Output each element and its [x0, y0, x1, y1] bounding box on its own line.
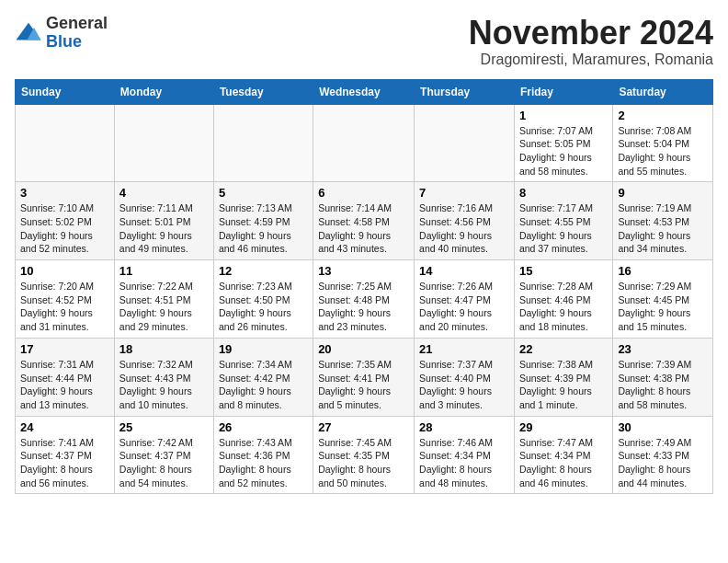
calendar-cell: 16Sunrise: 7:29 AM Sunset: 4:45 PM Dayli…	[613, 260, 713, 339]
day-info: Sunrise: 7:20 AM Sunset: 4:52 PM Dayligh…	[20, 280, 109, 334]
day-number: 17	[20, 342, 109, 356]
calendar-cell: 19Sunrise: 7:34 AM Sunset: 4:42 PM Dayli…	[213, 338, 313, 416]
day-info: Sunrise: 7:35 AM Sunset: 4:41 PM Dayligh…	[318, 358, 409, 412]
day-number: 30	[618, 420, 708, 434]
day-info: Sunrise: 7:47 AM Sunset: 4:34 PM Dayligh…	[519, 436, 608, 490]
calendar-cell: 5Sunrise: 7:13 AM Sunset: 4:59 PM Daylig…	[213, 182, 313, 260]
calendar-cell: 1Sunrise: 7:07 AM Sunset: 5:05 PM Daylig…	[514, 104, 612, 182]
calendar-cell: 21Sunrise: 7:37 AM Sunset: 4:40 PM Dayli…	[415, 338, 515, 416]
calendar-cell	[16, 104, 115, 182]
week-row-4: 17Sunrise: 7:31 AM Sunset: 4:44 PM Dayli…	[16, 338, 713, 416]
calendar-cell: 24Sunrise: 7:41 AM Sunset: 4:37 PM Dayli…	[16, 416, 115, 494]
weekday-header-saturday: Saturday	[613, 79, 713, 104]
calendar-cell	[213, 104, 313, 182]
day-info: Sunrise: 7:45 AM Sunset: 4:35 PM Dayligh…	[318, 436, 409, 490]
day-number: 22	[519, 342, 608, 356]
calendar-cell: 13Sunrise: 7:25 AM Sunset: 4:48 PM Dayli…	[313, 260, 415, 339]
day-info: Sunrise: 7:37 AM Sunset: 4:40 PM Dayligh…	[419, 358, 509, 412]
page-header: General Blue November 2024 Dragomiresti,…	[15, 15, 713, 68]
calendar-cell	[313, 104, 415, 182]
day-number: 10	[20, 264, 109, 278]
day-info: Sunrise: 7:29 AM Sunset: 4:45 PM Dayligh…	[618, 280, 708, 334]
day-info: Sunrise: 7:46 AM Sunset: 4:34 PM Dayligh…	[419, 436, 509, 490]
calendar-cell: 17Sunrise: 7:31 AM Sunset: 4:44 PM Dayli…	[16, 338, 115, 416]
weekday-header-sunday: Sunday	[16, 79, 115, 104]
day-info: Sunrise: 7:26 AM Sunset: 4:47 PM Dayligh…	[419, 280, 509, 334]
day-number: 28	[419, 420, 509, 434]
day-info: Sunrise: 7:28 AM Sunset: 4:46 PM Dayligh…	[519, 280, 608, 334]
day-info: Sunrise: 7:34 AM Sunset: 4:42 PM Dayligh…	[219, 358, 308, 412]
day-info: Sunrise: 7:16 AM Sunset: 4:56 PM Dayligh…	[419, 201, 509, 256]
day-number: 16	[618, 264, 708, 278]
calendar-cell: 9Sunrise: 7:19 AM Sunset: 4:53 PM Daylig…	[613, 182, 713, 260]
calendar-cell: 23Sunrise: 7:39 AM Sunset: 4:38 PM Dayli…	[613, 338, 713, 416]
day-info: Sunrise: 7:17 AM Sunset: 4:55 PM Dayligh…	[519, 201, 608, 256]
calendar-cell: 11Sunrise: 7:22 AM Sunset: 4:51 PM Dayli…	[114, 260, 213, 339]
calendar-cell: 27Sunrise: 7:45 AM Sunset: 4:35 PM Dayli…	[313, 416, 415, 494]
day-number: 1	[519, 109, 608, 122]
calendar-cell: 25Sunrise: 7:42 AM Sunset: 4:37 PM Dayli…	[114, 416, 213, 494]
calendar-cell: 8Sunrise: 7:17 AM Sunset: 4:55 PM Daylig…	[514, 182, 612, 260]
logo-icon	[15, 19, 42, 47]
calendar-cell: 14Sunrise: 7:26 AM Sunset: 4:47 PM Dayli…	[415, 260, 515, 339]
day-number: 15	[519, 264, 608, 278]
day-info: Sunrise: 7:14 AM Sunset: 4:58 PM Dayligh…	[318, 201, 409, 256]
calendar-cell: 20Sunrise: 7:35 AM Sunset: 4:41 PM Dayli…	[313, 338, 415, 416]
calendar-cell: 7Sunrise: 7:16 AM Sunset: 4:56 PM Daylig…	[415, 182, 515, 260]
day-number: 2	[618, 109, 708, 122]
weekday-header-monday: Monday	[114, 79, 213, 104]
day-info: Sunrise: 7:22 AM Sunset: 4:51 PM Dayligh…	[119, 280, 209, 334]
day-info: Sunrise: 7:08 AM Sunset: 5:04 PM Dayligh…	[618, 124, 708, 178]
calendar-cell: 29Sunrise: 7:47 AM Sunset: 4:34 PM Dayli…	[514, 416, 612, 494]
day-number: 11	[119, 264, 209, 278]
month-title: November 2024	[469, 15, 713, 52]
day-number: 7	[419, 186, 509, 200]
day-info: Sunrise: 7:41 AM Sunset: 4:37 PM Dayligh…	[20, 436, 109, 490]
calendar-cell: 22Sunrise: 7:38 AM Sunset: 4:39 PM Dayli…	[514, 338, 612, 416]
weekday-header-row: SundayMondayTuesdayWednesdayThursdayFrid…	[16, 79, 713, 104]
day-info: Sunrise: 7:38 AM Sunset: 4:39 PM Dayligh…	[519, 358, 608, 412]
week-row-2: 3Sunrise: 7:10 AM Sunset: 5:02 PM Daylig…	[16, 182, 713, 260]
day-number: 20	[318, 342, 409, 356]
day-number: 8	[519, 186, 608, 200]
day-number: 19	[219, 342, 308, 356]
logo: General Blue	[15, 15, 108, 52]
day-number: 21	[419, 342, 509, 356]
calendar-cell: 3Sunrise: 7:10 AM Sunset: 5:02 PM Daylig…	[16, 182, 115, 260]
weekday-header-tuesday: Tuesday	[213, 79, 313, 104]
day-number: 23	[618, 342, 708, 356]
day-number: 9	[618, 186, 708, 200]
day-number: 29	[519, 420, 608, 434]
day-info: Sunrise: 7:42 AM Sunset: 4:37 PM Dayligh…	[119, 436, 209, 490]
calendar-cell: 4Sunrise: 7:11 AM Sunset: 5:01 PM Daylig…	[114, 182, 213, 260]
weekday-header-wednesday: Wednesday	[313, 79, 415, 104]
calendar-cell: 18Sunrise: 7:32 AM Sunset: 4:43 PM Dayli…	[114, 338, 213, 416]
day-number: 4	[119, 186, 209, 200]
week-row-1: 1Sunrise: 7:07 AM Sunset: 5:05 PM Daylig…	[16, 104, 713, 182]
calendar-cell: 2Sunrise: 7:08 AM Sunset: 5:04 PM Daylig…	[613, 104, 713, 182]
calendar-table: SundayMondayTuesdayWednesdayThursdayFrid…	[15, 79, 713, 495]
calendar-cell: 12Sunrise: 7:23 AM Sunset: 4:50 PM Dayli…	[213, 260, 313, 339]
calendar-cell: 10Sunrise: 7:20 AM Sunset: 4:52 PM Dayli…	[16, 260, 115, 339]
logo-general-text: General	[46, 14, 108, 32]
calendar-cell: 6Sunrise: 7:14 AM Sunset: 4:58 PM Daylig…	[313, 182, 415, 260]
day-info: Sunrise: 7:10 AM Sunset: 5:02 PM Dayligh…	[20, 201, 109, 256]
day-info: Sunrise: 7:07 AM Sunset: 5:05 PM Dayligh…	[519, 124, 608, 178]
day-number: 26	[219, 420, 308, 434]
day-number: 12	[219, 264, 308, 278]
day-number: 25	[119, 420, 209, 434]
day-info: Sunrise: 7:32 AM Sunset: 4:43 PM Dayligh…	[119, 358, 209, 412]
day-number: 6	[318, 186, 409, 200]
day-number: 24	[20, 420, 109, 434]
calendar-cell: 28Sunrise: 7:46 AM Sunset: 4:34 PM Dayli…	[415, 416, 515, 494]
calendar-cell: 15Sunrise: 7:28 AM Sunset: 4:46 PM Dayli…	[514, 260, 612, 339]
calendar-cell	[415, 104, 515, 182]
title-block: November 2024 Dragomiresti, Maramures, R…	[469, 15, 713, 68]
week-row-5: 24Sunrise: 7:41 AM Sunset: 4:37 PM Dayli…	[16, 416, 713, 494]
calendar-cell	[114, 104, 213, 182]
weekday-header-thursday: Thursday	[415, 79, 515, 104]
day-info: Sunrise: 7:23 AM Sunset: 4:50 PM Dayligh…	[219, 280, 308, 334]
day-info: Sunrise: 7:13 AM Sunset: 4:59 PM Dayligh…	[219, 201, 308, 256]
day-number: 27	[318, 420, 409, 434]
day-number: 14	[419, 264, 509, 278]
